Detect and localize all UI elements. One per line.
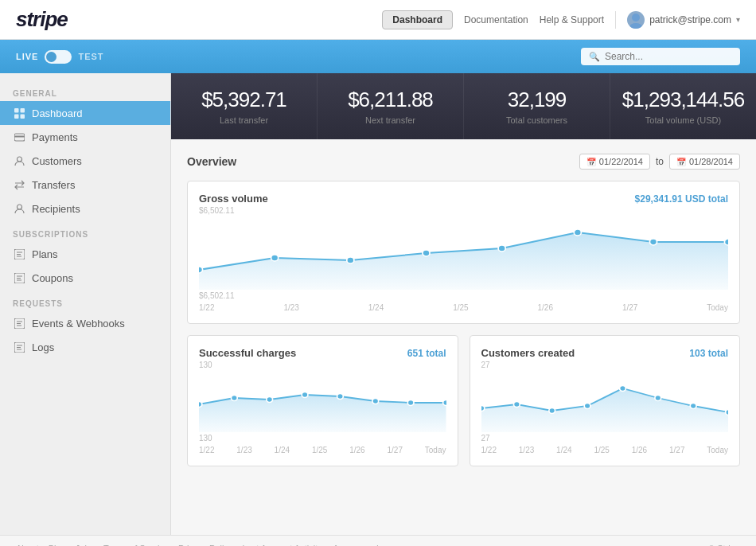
sidebar: GENERAL Dashboard Payments Customers Tra… — [0, 73, 171, 535]
svg-point-40 — [725, 410, 728, 415]
stat-total-volume: $1,293,144.56 Total volume (USD) — [610, 73, 756, 139]
stat-value-total-volume: $1,293,144.56 — [618, 88, 748, 112]
transfers-icon — [13, 178, 25, 191]
svg-point-17 — [347, 257, 354, 263]
svg-point-19 — [498, 245, 505, 252]
sidebar-section-requests: REQUESTS — [0, 290, 170, 311]
nav-divider — [615, 11, 616, 29]
svg-point-9 — [17, 205, 21, 209]
sc-label-4: 1/26 — [349, 446, 364, 454]
sidebar-item-coupons[interactable]: Coupons — [0, 266, 170, 290]
documentation-link[interactable]: Documentation — [464, 14, 528, 25]
svg-rect-3 — [20, 108, 25, 113]
chart-label-1: 1/23 — [283, 303, 298, 312]
svg-point-22 — [724, 239, 728, 245]
date-from-button[interactable]: 📅 01/22/2014 — [579, 154, 650, 170]
sidebar-item-recipients-label: Recipients — [32, 203, 80, 215]
gross-volume-svg — [199, 218, 728, 290]
svg-point-30 — [407, 400, 414, 406]
successful-charges-svg — [199, 372, 446, 432]
svg-point-28 — [337, 394, 344, 400]
user-email: patrick@stripe.com — [649, 14, 731, 25]
svg-point-18 — [423, 250, 430, 256]
stat-last-transfer: $5,392.71 Last transfer — [171, 73, 318, 139]
sidebar-item-events[interactable]: Events & Webhooks — [0, 311, 170, 335]
svg-point-26 — [267, 397, 273, 403]
customers-created-max: 27 — [481, 361, 729, 369]
stat-label-last-transfer: Last transfer — [179, 115, 309, 125]
recipients-icon — [13, 202, 25, 215]
svg-point-39 — [690, 404, 696, 409]
sidebar-item-logs-label: Logs — [32, 341, 54, 353]
sc-label-2: 1/24 — [275, 446, 290, 454]
sidebar-item-plans-label: Plans — [32, 248, 58, 260]
successful-charges-total: 651 total — [407, 348, 446, 359]
sidebar-item-plans[interactable]: Plans — [0, 242, 170, 266]
date-to-value: 01/28/2014 — [689, 157, 733, 166]
customers-created-title: Customers created — [481, 347, 575, 359]
header-right: Dashboard Documentation Help & Support p… — [382, 10, 740, 29]
sidebar-section-subscriptions: SUBSCRIPTIONS — [0, 220, 170, 242]
calendar-to-icon: 📅 — [676, 158, 686, 166]
sidebar-section-general: GENERAL — [0, 84, 170, 101]
user-chevron-icon: ▾ — [736, 15, 740, 24]
chart-label-today: Today — [707, 303, 728, 312]
svg-point-25 — [231, 396, 237, 401]
live-label: LIVE — [16, 52, 38, 61]
date-to-button[interactable]: 📅 01/28/2014 — [669, 154, 740, 170]
sidebar-item-transfers[interactable]: Transfers — [0, 173, 170, 197]
sidebar-item-payments[interactable]: Payments — [0, 125, 170, 149]
dashboard-nav-button[interactable]: Dashboard — [382, 10, 453, 29]
footer: About Blog Jobs Terms of Service Privacy… — [0, 535, 756, 546]
customers-created-labels: 1/22 1/23 1/24 1/25 1/26 1/27 Today — [481, 446, 729, 454]
sidebar-item-payments-label: Payments — [32, 131, 78, 143]
cc-label-1: 1/23 — [519, 446, 534, 454]
toggle-knob — [46, 52, 57, 62]
user-area[interactable]: patrick@stripe.com ▾ — [627, 11, 740, 29]
gross-volume-max: $6,502.11 — [199, 206, 728, 215]
date-range: 📅 01/22/2014 to 📅 01/28/2014 — [579, 154, 740, 170]
events-icon — [13, 317, 25, 330]
coupons-icon — [13, 271, 25, 284]
stat-next-transfer: $6,211.88 Next transfer — [318, 73, 464, 139]
cc-label-4: 1/26 — [632, 446, 647, 454]
gross-volume-chart-area — [199, 218, 728, 290]
svg-point-16 — [271, 255, 279, 261]
sidebar-item-dashboard[interactable]: Dashboard — [0, 101, 170, 125]
stat-value-total-customers: 32,199 — [472, 88, 602, 112]
overview-header: Overview 📅 01/22/2014 to 📅 01/28/2014 — [187, 154, 740, 170]
svg-point-37 — [619, 386, 625, 392]
stat-total-customers: 32,199 Total customers — [464, 73, 610, 139]
svg-point-1 — [629, 23, 642, 29]
cc-label-3: 1/25 — [594, 446, 609, 454]
toggle-switch[interactable] — [45, 50, 72, 64]
payments-icon — [13, 131, 25, 143]
sidebar-item-logs[interactable]: Logs — [0, 335, 170, 359]
help-link[interactable]: Help & Support — [540, 14, 604, 25]
gross-volume-card: Gross volume $29,341.91 USD total $6,502… — [187, 181, 740, 324]
sidebar-item-recipients[interactable]: Recipients — [0, 197, 170, 220]
svg-point-36 — [584, 404, 590, 409]
gross-volume-total: $29,341.91 USD total — [635, 193, 728, 205]
chart-label-2: 1/24 — [368, 303, 384, 312]
customers-created-chart-area — [481, 372, 729, 432]
sidebar-item-customers[interactable]: Customers — [0, 149, 170, 173]
svg-point-33 — [481, 406, 485, 411]
stat-label-total-customers: Total customers — [472, 115, 602, 125]
plans-icon — [13, 248, 25, 260]
content: $5,392.71 Last transfer $6,211.88 Next t… — [171, 73, 756, 535]
avatar — [627, 11, 645, 29]
search-box[interactable]: 🔍 — [581, 48, 740, 65]
svg-point-29 — [372, 399, 379, 404]
cc-label-2: 1/24 — [556, 446, 571, 454]
toggle-area: LIVE TEST — [16, 50, 104, 64]
logo: stripe — [16, 7, 68, 32]
successful-charges-labels: 1/22 1/23 1/24 1/25 1/26 1/27 Today — [199, 446, 446, 454]
stat-label-total-volume: Total volume (USD) — [618, 115, 748, 125]
chart-label-4: 1/26 — [538, 303, 553, 312]
stat-value-next-transfer: $6,211.88 — [325, 88, 455, 112]
search-input[interactable] — [605, 51, 732, 62]
svg-point-27 — [302, 392, 308, 398]
svg-point-34 — [513, 402, 520, 408]
two-col-charts: Successful charges 651 total 130 — [187, 335, 740, 466]
